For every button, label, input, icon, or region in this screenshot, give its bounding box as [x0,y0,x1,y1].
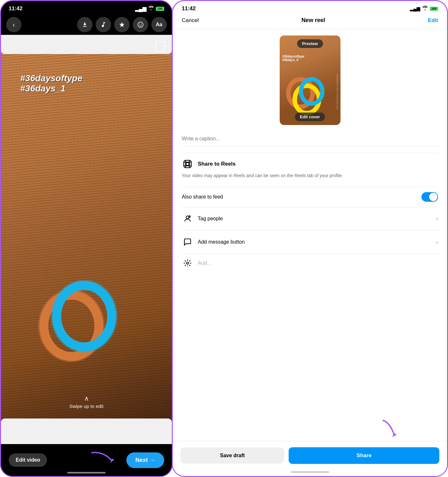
edit-video-button[interactable]: Edit video [9,453,47,467]
caption-input[interactable] [182,131,438,146]
right-nav: Cancel New reel Edit [173,14,447,29]
partial-row[interactable]: Aud... [182,254,438,266]
svg-point-1 [139,24,140,25]
add-message-label: Add message button [198,239,245,245]
share-to-reels-header: Share to Reels [182,158,438,170]
svg-rect-4 [184,160,191,168]
svg-point-0 [138,22,143,27]
left-status-icons: ▂▄▆ 100 [135,6,164,12]
preview-hashtag-2: #36days_0 [282,58,304,62]
left-home-indicator [67,472,106,473]
text-button[interactable]: Aa [151,17,167,32]
right-panel: 11:42 ▂▄▆ 100 Cancel New reel Edit #36da… [172,0,448,477]
svg-point-14 [187,262,189,264]
partial-row-icon [182,257,193,267]
next-button[interactable]: Next → [126,452,164,468]
toggle-knob [429,193,437,201]
share-to-reels-section: Share to Reels Your video may appear in … [182,153,438,187]
save-draft-button[interactable]: Save draft [180,448,284,464]
preview-earring-blue [299,77,324,106]
add-message-icon [182,236,193,248]
download-button[interactable] [77,17,92,32]
video-background: #36daysoftype #36days_1 ∧ Swipe up to ed… [1,35,172,444]
swipe-hint: ∧ Swipe up to edit [69,395,104,409]
svg-point-10 [186,216,189,219]
partial-row-label: Aud... [198,260,211,266]
back-button[interactable]: ‹ [6,17,21,32]
effects-button[interactable] [114,17,130,32]
right-content: #36daysoftype #36days_0 Preview Edit cov… [173,29,447,441]
video-area: #36daysoftype #36days_1 ∧ Swipe up to ed… [1,35,172,444]
cancel-button[interactable]: Cancel [182,17,199,24]
phone-bg-top [1,35,172,54]
right-signal-icon: ▂▄▆ [410,6,420,11]
left-time: 11:42 [9,5,22,12]
tag-people-icon [182,213,193,224]
tag-people-left: Tag people [182,213,223,224]
tag-people-chevron: › [436,215,438,222]
face-button[interactable] [133,17,148,32]
chevron-up-icon: ∧ [84,395,89,402]
add-message-chevron: › [436,239,438,246]
also-share-feed-toggle[interactable] [421,192,438,202]
left-toolbar: ‹ Aa [1,14,172,35]
left-bottom-bar: Edit video Next → [1,444,172,476]
preview-thumbnail: #36daysoftype #36days_0 Preview Edit cov… [280,35,340,125]
right-status-bar: 11:42 ▂▄▆ 100 [173,1,447,14]
text-icon: Aa [156,22,162,27]
phone-bg-bottom [1,418,172,444]
square-icon [155,41,165,51]
hashtag-text: #36daysoftype #36days_1 [20,73,83,94]
preview-side-text: countdown to the coming to an end... [336,74,339,111]
share-button[interactable]: Share [289,447,439,464]
tag-people-row[interactable]: Tag people › [182,207,438,230]
battery-left: 100 [156,7,164,11]
bottom-action-bar: Save draft Share [173,441,447,476]
signal-icon: ▂▄▆ [135,6,146,12]
right-wifi-icon [422,6,428,12]
reels-icon [182,158,193,170]
left-panel: 11:42 ▂▄▆ 100 ‹ [0,0,173,477]
also-share-feed-label: Also share to feed [182,194,223,200]
edit-cover-button[interactable]: Edit cover [295,113,325,121]
svg-point-2 [141,24,142,25]
music-button[interactable] [96,17,111,32]
wifi-icon [148,6,154,12]
share-to-reels-title: Share to Reels [198,161,236,167]
purple-arrow-right [373,417,405,443]
add-message-row[interactable]: Add message button › [182,230,438,254]
hashtag-2: #36days_1 [20,83,83,94]
purple-arrow-left [90,450,116,467]
toolbar-right: Aa [77,17,167,32]
svg-point-5 [186,162,189,165]
edit-button[interactable]: Edit [428,17,438,24]
swipe-hint-text: Swipe up to edit [69,403,104,409]
hashtag-1: #36daysoftype [20,73,83,83]
right-time: 11:42 [182,5,196,12]
preview-hashtag: #36daysoftype #36days_0 [282,55,304,62]
new-reel-title: New reel [301,17,325,24]
partial-row-left: Aud... [182,257,211,267]
also-share-feed-row: Also share to feed [182,187,438,207]
right-battery: 100 [430,7,438,11]
share-to-reels-desc: Your video may appear in Reels and can b… [182,172,438,179]
right-status-icons: ▂▄▆ 100 [410,6,438,12]
tag-people-label: Tag people [198,216,223,222]
preview-hashtag-1: #36daysoftype [282,55,304,58]
svg-point-11 [189,216,190,217]
right-home-indicator [291,471,329,473]
preview-button[interactable]: Preview [297,39,323,48]
add-message-left: Add message button [182,236,245,248]
left-status-bar: 11:42 ▂▄▆ 100 [1,1,172,14]
back-icon: ‹ [13,21,15,28]
earring-container [27,271,129,393]
earring-blue [52,281,116,351]
svg-marker-15 [392,433,396,437]
